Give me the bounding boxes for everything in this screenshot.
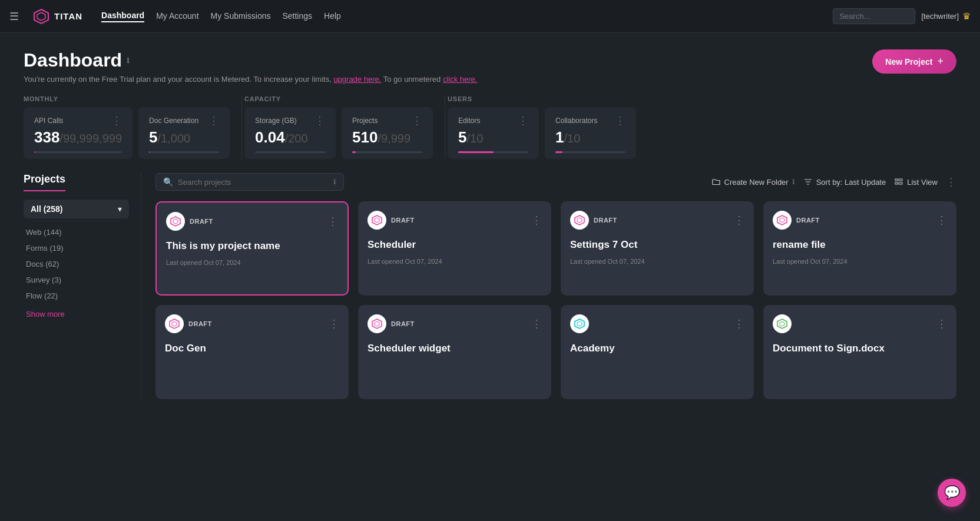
svg-rect-3 (899, 179, 902, 181)
project-card-2[interactable]: DRAFT ⋮ Scheduler Last opened Oct 07, 20… (358, 201, 551, 296)
card-1-draft: DRAFT (190, 218, 213, 225)
stat-projects-label: Projects ⋮ (352, 115, 422, 126)
card-3-header: DRAFT ⋮ (570, 211, 744, 230)
svg-rect-2 (895, 179, 898, 181)
card-1-date: Last opened Oct 07, 2024 (166, 259, 338, 266)
nav-link-help[interactable]: Help (324, 11, 341, 22)
stat-collaborators-dots[interactable]: ⋮ (615, 115, 625, 126)
svg-marker-19 (577, 321, 582, 326)
card-3-name: Settings 7 Oct (570, 239, 744, 251)
stat-projects-dots[interactable]: ⋮ (412, 115, 422, 126)
dashboard-info-icon[interactable]: ℹ (127, 57, 130, 65)
card-2-dots[interactable]: ⋮ (531, 215, 542, 225)
stat-api-calls-dots[interactable]: ⋮ (111, 115, 122, 126)
hamburger-icon[interactable]: ☰ (9, 10, 19, 23)
card-8-name: Document to Sign.docx (773, 343, 947, 354)
chat-bubble[interactable]: 💬 (938, 479, 966, 507)
card-4-draft: DRAFT (796, 217, 820, 224)
stat-card-projects: Projects ⋮ 510/9,999 (342, 107, 433, 159)
sort-label: Sort by: Last Update (816, 178, 886, 187)
stat-storage-value: 0.04/200 (255, 128, 325, 147)
svg-marker-6 (171, 217, 180, 226)
sidebar-item-flow[interactable]: Flow (22) (24, 288, 129, 304)
new-project-plus-icon: + (937, 55, 943, 68)
stats-capacity-label: CAPACITY (244, 95, 433, 102)
new-project-button[interactable]: New Project + (872, 49, 956, 74)
create-folder-button[interactable]: Create New Folder ℹ (711, 177, 795, 187)
project-card-7[interactable]: ⋮ Academy (561, 305, 754, 399)
stat-doc-gen-dots[interactable]: ⋮ (208, 115, 219, 126)
card-7-icon (570, 314, 589, 333)
project-card-4[interactable]: DRAFT ⋮ rename file Last opened Oct 07, … (763, 201, 956, 296)
search-info-icon[interactable]: ℹ (333, 178, 336, 186)
dashboard-header: Dashboard ℹ You're currently on the Free… (24, 49, 956, 84)
projects-grid-area: 🔍 ℹ Create New Folder ℹ (141, 173, 956, 399)
svg-marker-17 (375, 321, 379, 326)
card-7-dots[interactable]: ⋮ (734, 318, 744, 329)
toolbar-more-dots[interactable]: ⋮ (946, 175, 956, 188)
card-3-dots[interactable]: ⋮ (734, 215, 744, 225)
card-6-header: DRAFT ⋮ (368, 314, 542, 333)
upgrade-link[interactable]: upgrade here. (333, 75, 381, 84)
stats-divider-2 (445, 95, 445, 159)
dashboard-subtitle: You're currently on the Free Trial plan … (24, 75, 477, 84)
stats-section: MONTHLY API Calls ⋮ 338/99,999,999 (24, 95, 956, 159)
project-card-8[interactable]: ⋮ Document to Sign.docx (763, 305, 956, 399)
stats-monthly-label: MONTHLY (24, 95, 230, 102)
create-folder-label: Create New Folder (724, 178, 789, 187)
project-card-5[interactable]: DRAFT ⋮ Doc Gen (155, 305, 349, 399)
project-card-3[interactable]: DRAFT ⋮ Settings 7 Oct Last opened Oct 0… (561, 201, 754, 296)
svg-rect-5 (899, 182, 902, 184)
folder-info-icon[interactable]: ℹ (792, 178, 795, 186)
card-2-icon (368, 211, 386, 230)
project-card-1[interactable]: DRAFT ⋮ This is my project name Last ope… (155, 201, 349, 296)
svg-marker-13 (780, 218, 784, 223)
list-view-button[interactable]: List View (894, 177, 938, 187)
card-6-draft: DRAFT (391, 320, 415, 327)
card-5-dots[interactable]: ⋮ (329, 318, 339, 329)
nav-search-input[interactable] (833, 8, 915, 24)
card-1-name: This is my project name (166, 240, 338, 252)
card-1-icon (166, 212, 185, 231)
sidebar-item-survey[interactable]: Survey (3) (24, 272, 129, 288)
card-4-icon (773, 211, 792, 230)
sidebar-item-web[interactable]: Web (144) (24, 224, 129, 240)
projects-search-input[interactable] (178, 178, 329, 187)
show-more-button[interactable]: Show more (24, 307, 129, 321)
stat-editors-label: Editors ⋮ (458, 115, 528, 126)
nav-link-settings[interactable]: Settings (282, 11, 312, 22)
card-6-dots[interactable]: ⋮ (531, 318, 542, 329)
sort-icon (803, 177, 813, 187)
stat-card-api-calls: API Calls ⋮ 338/99,999,999 (24, 107, 133, 159)
nav-user: [techwriter] ♛ (921, 11, 971, 22)
list-view-label: List View (907, 178, 938, 187)
sidebar-title: Projects (24, 173, 65, 191)
card-1-dots[interactable]: ⋮ (327, 216, 338, 227)
projects-toolbar: 🔍 ℹ Create New Folder ℹ (155, 173, 956, 191)
sidebar-all-button[interactable]: All (258) ▾ (24, 200, 129, 218)
chat-icon: 💬 (944, 485, 960, 500)
card-6-badge: DRAFT (368, 314, 415, 333)
stat-projects-bar (352, 151, 422, 153)
card-5-name: Doc Gen (165, 343, 339, 354)
card-4-dots[interactable]: ⋮ (936, 215, 947, 225)
sort-button[interactable]: Sort by: Last Update (803, 177, 886, 187)
stat-editors-dots[interactable]: ⋮ (518, 115, 528, 126)
nav-link-dashboard[interactable]: Dashboard (101, 11, 144, 22)
stat-api-calls-label: API Calls ⋮ (34, 115, 122, 126)
stat-collaborators-bar (555, 151, 625, 153)
click-here-link[interactable]: click here. (443, 75, 478, 84)
stat-storage-bar (255, 151, 325, 153)
stats-group-capacity: CAPACITY Storage (GB) ⋮ 0.04/200 (244, 95, 433, 159)
card-8-dots[interactable]: ⋮ (936, 318, 947, 329)
stat-card-storage: Storage (GB) ⋮ 0.04/200 (244, 107, 336, 159)
card-3-date: Last opened Oct 07, 2024 (570, 258, 744, 265)
stat-storage-label: Storage (GB) ⋮ (255, 115, 325, 126)
card-2-draft: DRAFT (391, 217, 415, 224)
sidebar-item-forms[interactable]: Forms (19) (24, 240, 129, 256)
stat-storage-dots[interactable]: ⋮ (314, 115, 325, 126)
nav-link-mysubmissions[interactable]: My Submissions (211, 11, 271, 22)
sidebar-item-docs[interactable]: Docs (62) (24, 256, 129, 272)
nav-link-myaccount[interactable]: My Account (156, 11, 198, 22)
project-card-6[interactable]: DRAFT ⋮ Scheduler widget (358, 305, 551, 399)
